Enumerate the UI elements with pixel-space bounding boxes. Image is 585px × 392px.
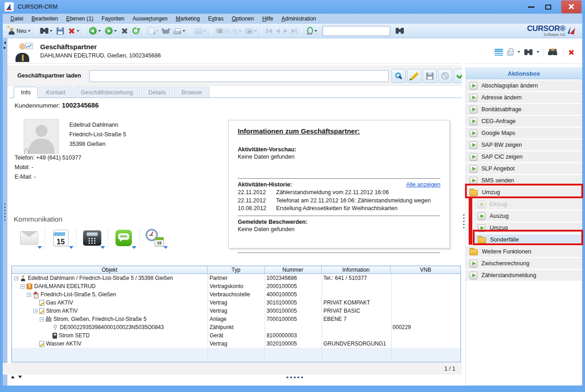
- action-sap-bw-zeigen[interactable]: SAP BW zeigen: [466, 139, 582, 150]
- column-header-information[interactable]: Information: [322, 266, 391, 273]
- new-document-button[interactable]: [147, 26, 160, 35]
- column-header-vnb[interactable]: VNB: [391, 266, 460, 273]
- right-splitter[interactable]: [462, 38, 465, 386]
- column-header-nummer[interactable]: Nummer: [265, 266, 322, 273]
- reminder-dropdown-caret[interactable]: [163, 246, 168, 249]
- print-dropdown-caret[interactable]: [183, 30, 185, 32]
- action-ceg-anfrage[interactable]: CEG-Anfrage: [466, 116, 582, 127]
- right-splitter-handle[interactable]: [463, 214, 465, 228]
- list-menu-icon[interactable]: [495, 49, 503, 56]
- tab-geschäftsbeziehung[interactable]: Geschäftsbeziehung: [73, 87, 140, 98]
- tree-expander[interactable]: [21, 284, 25, 289]
- refresh-button[interactable]: [131, 26, 141, 35]
- panel-resize-arrows[interactable]: [11, 376, 22, 378]
- email-action-button[interactable]: [14, 226, 45, 250]
- next-record-button[interactable]: [282, 29, 289, 33]
- appointment-action-button[interactable]: Samstag 15: [45, 226, 76, 250]
- last-record-button[interactable]: [290, 29, 298, 33]
- phone-dropdown-caret[interactable]: [100, 246, 105, 249]
- tree-expander[interactable]: [33, 309, 37, 313]
- back-dropdown-caret[interactable]: [98, 30, 101, 32]
- search-dropdown-caret[interactable]: [50, 30, 52, 32]
- table-row[interactable]: Friedrich-List-Straße 5, GießenVerbrauch…: [12, 290, 460, 299]
- save-record-button[interactable]: [423, 69, 437, 83]
- menu-ebenen-1[interactable]: Ebenen (1): [62, 14, 97, 23]
- expand-right-icon[interactable]: [4, 46, 6, 49]
- close-view-icon[interactable]: [568, 49, 575, 55]
- close-button[interactable]: [561, 0, 581, 13]
- export-button[interactable]: [244, 27, 258, 35]
- table-row[interactable]: Strom, Gießen, Friedrich-List-Straße 5An…: [12, 315, 460, 323]
- left-splitter-handle[interactable]: [4, 203, 5, 221]
- action-bonitätsabfrage[interactable]: Bonitätsabfrage: [466, 104, 582, 115]
- menu-extras[interactable]: Extras: [204, 14, 228, 23]
- image-dropdown-caret[interactable]: [204, 30, 206, 32]
- load-input[interactable]: [89, 70, 389, 82]
- new-dropdown-caret[interactable]: [28, 30, 31, 32]
- menu-optionen[interactable]: Optionen: [228, 14, 258, 23]
- table-row[interactable]: Edeltrud Dahlmann / Friedrich-List-Straß…: [12, 274, 460, 282]
- menu-administration[interactable]: Administration: [277, 14, 320, 23]
- discard-button[interactable]: [438, 69, 452, 83]
- lock-icon[interactable]: [507, 51, 513, 56]
- edit-button[interactable]: [407, 69, 421, 83]
- action-slp-angebot[interactable]: SLP Angebot: [466, 163, 582, 174]
- find-button[interactable]: [394, 27, 405, 35]
- binoculars-icon[interactable]: [524, 49, 533, 55]
- action-weitere-funktionen[interactable]: Weitere Funktionen: [466, 246, 582, 257]
- action-abschlagsplan-ändern[interactable]: Abschlagsplan ändern: [466, 80, 582, 91]
- previous-record-button[interactable]: [275, 29, 281, 33]
- new-button[interactable]: ★ Neu: [6, 26, 32, 36]
- export-dropdown-caret[interactable]: [254, 30, 257, 32]
- cancel-button[interactable]: [120, 26, 130, 36]
- delete-button[interactable]: [67, 26, 81, 36]
- menu-auswertungen[interactable]: Auswertungen: [129, 14, 172, 23]
- action-zählerstandsmeldung[interactable]: Zählerstandsmeldung: [466, 270, 582, 281]
- quick-search-input[interactable]: [323, 26, 390, 36]
- sms-dropdown-caret[interactable]: [132, 246, 136, 249]
- table-row[interactable]: Strom AKTIVVertrag3000100005PRIVAT BASIC: [12, 307, 460, 315]
- table-row[interactable]: Wasser AKTIVVertrag3020100005GRUNDVERSOR…: [12, 340, 460, 348]
- photo-swap-icon[interactable]: [26, 149, 29, 152]
- search-dropdown-caret[interactable]: [537, 51, 539, 53]
- action-sap-cic-zeigen[interactable]: SAP CIC zeigen: [466, 151, 582, 162]
- action-einzug[interactable]: Einzug: [474, 199, 582, 210]
- menu-hilfe[interactable]: Hilfe: [258, 14, 277, 23]
- phone-action-button[interactable]: [77, 226, 108, 250]
- delete-dropdown-caret[interactable]: [77, 30, 79, 32]
- menu-favoriten[interactable]: Favoriten: [97, 14, 128, 23]
- tree-expander[interactable]: [14, 276, 18, 280]
- forward-dropdown-caret[interactable]: [114, 30, 117, 32]
- action-adresse-ändern[interactable]: Adresse ändern: [466, 92, 582, 103]
- tab-browser[interactable]: Browser: [174, 87, 209, 98]
- snapshot-dropdown-caret[interactable]: [239, 30, 241, 32]
- quick-search-button[interactable]: [305, 26, 319, 36]
- show-all-link[interactable]: Alle anzeigen: [406, 181, 440, 188]
- save-button[interactable]: [55, 26, 65, 36]
- lock-dropdown-caret[interactable]: [517, 51, 520, 53]
- maximize-button[interactable]: [545, 5, 551, 10]
- quick-search-caret[interactable]: [314, 30, 317, 32]
- tab-info[interactable]: Info: [14, 87, 38, 98]
- snapshot-button[interactable]: (0, 0): [214, 27, 243, 35]
- tab-kontakt[interactable]: Kontakt: [39, 87, 73, 98]
- column-header-typ[interactable]: Typ: [208, 266, 265, 273]
- first-record-button[interactable]: [265, 29, 273, 33]
- sms-action-button[interactable]: SMS: [108, 226, 139, 250]
- menu-marketing[interactable]: Marketing: [172, 14, 204, 23]
- action-google-maps[interactable]: Google Maps: [466, 128, 582, 139]
- group-icon[interactable]: [548, 49, 559, 56]
- tree-expander[interactable]: [40, 317, 44, 321]
- reminder-action-button[interactable]: 15: [140, 226, 171, 250]
- tab-details[interactable]: Details: [141, 87, 173, 98]
- table-row[interactable]: Gas AKTIVVertrag3010100005PRIVAT KOMPAKT: [12, 299, 460, 307]
- column-header-objekt[interactable]: Objekt: [12, 266, 208, 273]
- appointment-dropdown-caret[interactable]: [69, 246, 73, 249]
- console-button[interactable]: [161, 27, 171, 35]
- menu-bearbeiten[interactable]: Bearbeiten: [27, 14, 62, 23]
- minimize-button[interactable]: [528, 6, 534, 8]
- forward-button[interactable]: [104, 26, 118, 36]
- search-button[interactable]: [39, 27, 54, 35]
- action-auszug[interactable]: Auszug: [474, 211, 582, 222]
- expand-down-icon[interactable]: [18, 376, 22, 378]
